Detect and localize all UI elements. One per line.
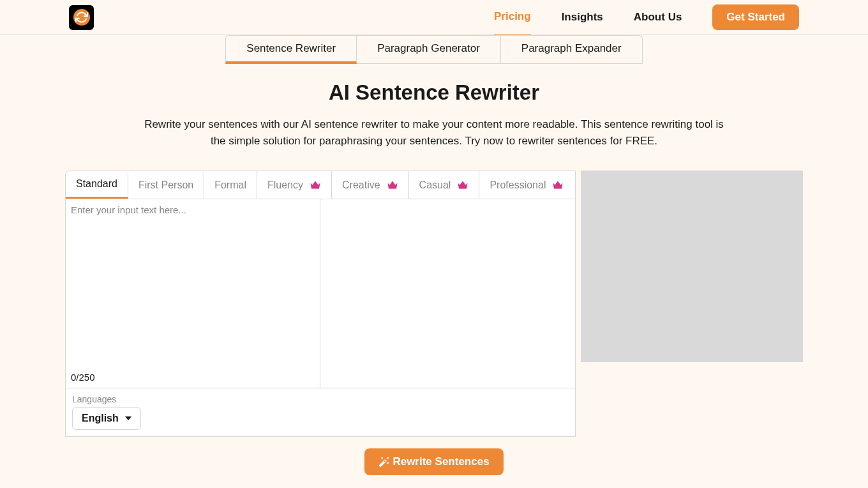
editor-panel: Standard First Person Formal Fluency Cre… <box>65 171 576 437</box>
nav-pricing[interactable]: Pricing <box>494 0 531 36</box>
rewrite-button-label: Rewrite Sentences <box>393 455 489 468</box>
style-tab-casual[interactable]: Casual <box>409 171 480 199</box>
input-panel: 0/250 <box>66 199 320 388</box>
refresh-arrows-icon <box>75 11 88 24</box>
style-tab-creative[interactable]: Creative <box>332 171 409 199</box>
crown-icon <box>310 180 321 190</box>
main-nav: Pricing Insights About Us Get Started <box>494 0 799 36</box>
style-tab-first-person[interactable]: First Person <box>128 171 204 199</box>
crown-icon <box>387 180 398 190</box>
tab-sentence-rewriter[interactable]: Sentence Rewriter <box>225 35 357 64</box>
language-section: Languages English <box>65 388 576 437</box>
logo-inner <box>73 9 90 26</box>
style-tab-label: Fluency <box>267 179 303 191</box>
output-panel <box>320 199 575 388</box>
style-tab-professional[interactable]: Professional <box>479 171 574 199</box>
action-row: Rewrite Sentences <box>0 448 868 488</box>
style-tabs: Standard First Person Formal Fluency Cre… <box>65 171 576 199</box>
char-count: 0/250 <box>71 369 315 383</box>
logo[interactable] <box>69 5 94 30</box>
crown-icon <box>457 180 468 190</box>
language-select[interactable]: English <box>72 407 141 430</box>
crown-icon <box>552 180 564 190</box>
input-textarea[interactable] <box>71 204 315 369</box>
tool-tabs: Sentence Rewriter Paragraph Generator Pa… <box>0 35 868 64</box>
language-selected: English <box>82 413 119 424</box>
nav-insights[interactable]: Insights <box>562 0 603 35</box>
style-tab-fluency[interactable]: Fluency <box>257 171 332 199</box>
header: Pricing Insights About Us Get Started <box>0 0 868 35</box>
style-tab-label: Casual <box>419 179 451 191</box>
caret-down-icon <box>125 416 131 420</box>
rewrite-button[interactable]: Rewrite Sentences <box>364 448 503 475</box>
style-tab-label: Professional <box>490 179 546 191</box>
ad-panel <box>581 171 803 362</box>
page-description: Rewrite your sentences with our AI sente… <box>144 116 724 149</box>
language-label: Languages <box>72 394 569 404</box>
nav-about[interactable]: About Us <box>634 0 682 35</box>
tab-paragraph-expander[interactable]: Paragraph Expander <box>501 35 643 64</box>
style-tab-label: Creative <box>342 179 380 191</box>
main-wrapper: Standard First Person Formal Fluency Cre… <box>65 171 803 437</box>
editor-area: 0/250 <box>65 199 576 388</box>
page-title: AI Sentence Rewriter <box>0 80 868 105</box>
style-tab-standard[interactable]: Standard <box>66 171 128 199</box>
get-started-button[interactable]: Get Started <box>712 4 799 30</box>
tab-paragraph-generator[interactable]: Paragraph Generator <box>357 35 501 64</box>
wand-icon <box>378 456 390 468</box>
style-tab-formal[interactable]: Formal <box>204 171 257 199</box>
